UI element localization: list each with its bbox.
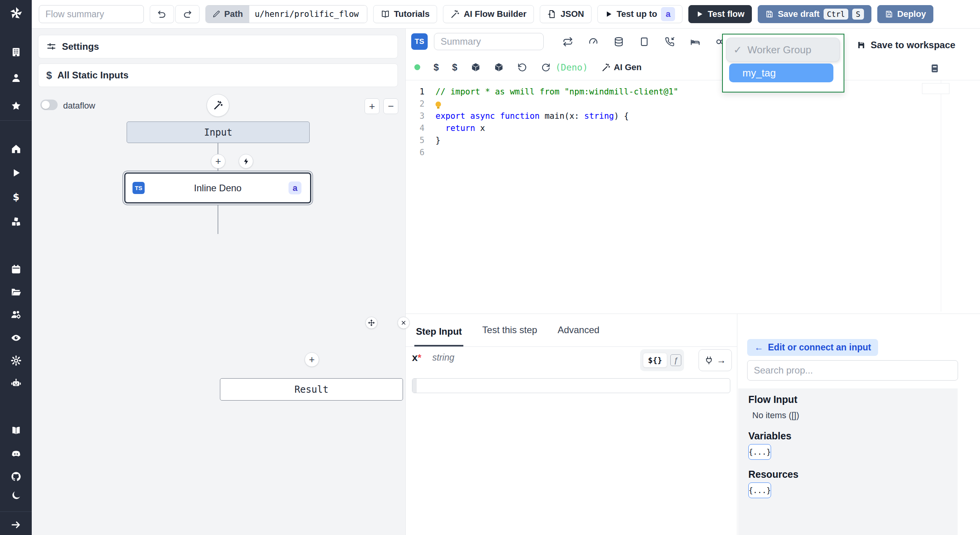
step-summary-input[interactable]	[434, 33, 544, 50]
worker-group-selected-tag[interactable]: my_tag	[729, 63, 833, 82]
step-id-badge: a	[661, 7, 675, 21]
pencil-icon	[212, 10, 221, 18]
flow-result-node[interactable]: Result	[220, 378, 403, 401]
step-input-panel: Step Input Test this step Advanced x * s…	[406, 314, 737, 535]
sliders-icon	[46, 42, 56, 52]
flow-settings-row[interactable]: Settings	[38, 35, 398, 58]
sidebar-item-docs[interactable]	[11, 425, 22, 436]
insert-step-button[interactable]: +	[211, 154, 225, 169]
ai-gen-button[interactable]: AI Gen	[601, 62, 642, 73]
refresh-assets-icon[interactable]	[541, 62, 551, 73]
delete-step-button[interactable]	[397, 317, 410, 329]
add-trigger-button[interactable]	[239, 154, 253, 169]
test-flow-label: Test flow	[708, 9, 744, 19]
left-rail: $	[0, 0, 32, 535]
flow-input-node[interactable]: Input	[127, 122, 310, 143]
variables-object-chip[interactable]: {...}	[748, 444, 771, 460]
undo-button[interactable]	[150, 5, 174, 23]
test-flow-button[interactable]: Test flow	[688, 5, 752, 23]
sidebar-item-user[interactable]	[11, 73, 22, 83]
test-up-to-label: Test up to	[617, 9, 657, 19]
move-step-button[interactable]	[365, 317, 377, 329]
editor-toolbar-bottom: $ $ (Deno)	[406, 54, 980, 80]
flow-summary-input[interactable]	[39, 5, 144, 23]
folder-open-icon	[11, 287, 22, 297]
back-arrow-icon: ←	[754, 342, 763, 353]
variables-picker-icon[interactable]: $	[434, 62, 439, 73]
edit-or-connect-label: Edit or connect an input	[768, 342, 871, 353]
tab-step-input[interactable]: Step Input	[414, 326, 463, 346]
inline-deno-step-node[interactable]: TS Inline Deno a + Result	[124, 172, 311, 203]
dataflow-toggle[interactable]	[40, 100, 58, 110]
reset-history-icon[interactable]	[517, 62, 527, 73]
tutorials-button[interactable]: Tutorials	[373, 5, 437, 23]
sidebar-item-discord[interactable]	[11, 448, 22, 459]
home-icon	[11, 143, 22, 154]
ai-flow-builder-button[interactable]: AI Flow Builder	[443, 5, 534, 23]
suspend-phone-icon[interactable]	[664, 36, 675, 47]
step-tabs: Step Input Test this step Advanced	[406, 314, 737, 347]
mock-icon[interactable]	[639, 36, 650, 47]
path-value[interactable]: u/henri/prolific_flow	[249, 5, 367, 23]
prop-search-input[interactable]	[747, 360, 958, 381]
argument-value-input[interactable]	[412, 378, 730, 393]
close-icon	[400, 319, 407, 326]
early-stop-gauge-icon[interactable]	[588, 36, 599, 47]
save-draft-button[interactable]: Save draft Ctrl S	[758, 5, 871, 23]
sidebar-item-folders[interactable]	[11, 287, 22, 297]
template-expr-button[interactable]: ${}	[643, 353, 667, 368]
flow-graph-panel: Settings $ All Static Inputs dataflow + …	[32, 29, 406, 535]
sidebar-collapse-button[interactable]	[11, 519, 22, 530]
sidebar-item-settings[interactable]	[11, 355, 22, 366]
path-button[interactable]: Path	[206, 5, 249, 23]
discord-icon	[11, 448, 22, 459]
wand-sparkles-icon	[450, 9, 460, 19]
redo-button[interactable]	[175, 5, 200, 23]
edit-or-connect-banner[interactable]: ← Edit or connect an input	[747, 339, 878, 356]
book-icon	[381, 9, 390, 19]
retry-icon[interactable]	[563, 36, 573, 47]
sidebar-item-workers[interactable]	[11, 378, 22, 389]
zoom-in-button[interactable]: +	[365, 98, 379, 114]
sidebar-item-dark-mode[interactable]	[11, 490, 22, 501]
sidebar-item-github[interactable]	[11, 471, 22, 482]
resources-object-chip[interactable]: {...}	[748, 482, 771, 498]
cache-database-icon[interactable]	[613, 36, 624, 47]
sidebar-item-favorites[interactable]	[11, 100, 22, 111]
sidebar-divider	[0, 511, 32, 512]
eye-icon	[11, 332, 22, 343]
sidebar-item-variables[interactable]: $	[11, 192, 22, 203]
worker-group-option[interactable]: ✓ Worker Group	[726, 38, 840, 62]
play-icon	[11, 167, 22, 178]
test-up-to-button[interactable]: Test up to a	[597, 5, 682, 23]
tab-advanced[interactable]: Advanced	[556, 325, 601, 346]
sidebar-item-resources[interactable]	[11, 216, 22, 227]
sidebar-item-workspace[interactable]	[11, 47, 22, 58]
save-to-workspace-button[interactable]: Save to workspace	[857, 40, 955, 51]
sidebar-item-audit-logs[interactable]	[11, 332, 22, 343]
windmill-logo	[8, 5, 24, 21]
ai-edit-flow-button[interactable]	[207, 94, 229, 117]
sidebar-divider	[0, 120, 32, 121]
script-library-icon[interactable]	[930, 63, 940, 74]
tab-test-this-step[interactable]: Test this step	[481, 325, 539, 346]
contextual-variables-icon[interactable]: $	[452, 62, 457, 73]
insert-step-button[interactable]: +	[305, 352, 319, 367]
zoom-out-button[interactable]: −	[383, 98, 398, 114]
minimap-slider[interactable]	[922, 83, 949, 94]
resource-type-cube-icon[interactable]	[494, 62, 504, 72]
sidebar-item-schedules[interactable]	[11, 264, 22, 275]
javascript-fn-button[interactable]: ƒ	[670, 354, 681, 366]
json-button[interactable]: JSON	[540, 5, 592, 23]
sidebar-item-runs[interactable]	[11, 167, 22, 178]
dataflow-label: dataflow	[63, 101, 95, 111]
code-editor[interactable]: 123456 // import * as wmill from "npm:wi…	[406, 80, 941, 312]
sidebar-item-groups[interactable]	[11, 309, 22, 320]
connect-input-button[interactable]: →	[699, 349, 732, 371]
flow-input-empty-text: No items ([])	[752, 410, 799, 421]
all-static-inputs-row[interactable]: $ All Static Inputs	[38, 63, 398, 87]
sidebar-item-home[interactable]	[11, 143, 22, 154]
resource-cube-icon[interactable]	[471, 62, 481, 72]
sleep-icon[interactable]	[690, 36, 701, 47]
deploy-button[interactable]: Deploy	[877, 5, 933, 23]
